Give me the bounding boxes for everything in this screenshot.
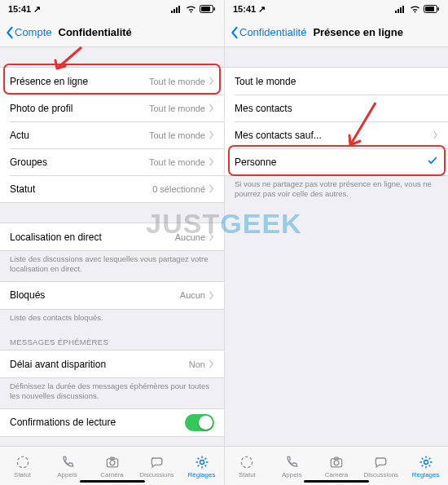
svg-point-21 <box>334 460 339 465</box>
tab-label: Statut <box>14 471 31 478</box>
row-disappearing-timer[interactable]: Délai avant disparition Non <box>0 351 224 377</box>
svg-rect-5 <box>201 7 210 11</box>
options-list[interactable]: Tout le monde Mes contacts Mes contacts … <box>225 47 448 446</box>
battery-icon <box>200 5 216 13</box>
row-label: Actu <box>10 130 149 141</box>
tab-label: Caméra <box>325 471 348 478</box>
tab-label: Statut <box>239 471 256 478</box>
option-label: Tout le monde <box>235 76 438 87</box>
option-everyone[interactable]: Tout le monde <box>225 68 448 95</box>
row-status[interactable]: Statut 0 sélectionné <box>0 175 224 202</box>
row-label: Délai avant disparition <box>10 359 189 370</box>
home-indicator[interactable] <box>304 480 369 483</box>
row-value: Tout le monde <box>149 104 205 113</box>
location-icon: ↗ <box>258 4 266 15</box>
row-blocked[interactable]: Bloqués Aucun <box>0 282 224 309</box>
option-label: Personne <box>235 157 427 168</box>
tab-calls[interactable]: Appels <box>270 447 314 485</box>
svg-point-7 <box>17 456 28 467</box>
chevron-right-icon <box>209 184 214 193</box>
row-label: Statut <box>10 183 152 195</box>
tab-bar: Statut Appels Caméra Discussions Réglage… <box>0 446 224 485</box>
tab-camera[interactable]: Caméra <box>314 447 359 485</box>
status-bar: 15:41 ↗ <box>225 0 448 18</box>
tab-chats[interactable]: Discussions <box>358 447 403 485</box>
svg-rect-14 <box>400 7 402 13</box>
tab-settings[interactable]: Réglages <box>403 447 448 485</box>
svg-rect-0 <box>171 11 173 13</box>
chevron-right-icon <box>209 291 214 300</box>
tab-status[interactable]: Statut <box>225 447 270 485</box>
svg-rect-1 <box>173 9 175 13</box>
signal-icon <box>395 5 406 13</box>
option-my-contacts[interactable]: Mes contacts <box>225 95 448 121</box>
chevron-right-icon <box>433 130 438 139</box>
row-photo[interactable]: Photo de profil Tout le monde <box>0 95 224 121</box>
phone-right: 15:41 ↗ Confidentialité Présence en lign… <box>224 0 448 485</box>
svg-rect-2 <box>176 7 178 13</box>
footer-blocked: Liste des contacts bloqués. <box>0 310 224 329</box>
row-value: Tout le monde <box>149 77 205 86</box>
row-read-receipts[interactable]: Confirmations de lecture <box>0 409 224 436</box>
option-contacts-except[interactable]: Mes contacts sauf... <box>225 121 448 148</box>
row-label: Confirmations de lecture <box>10 417 185 428</box>
wifi-icon <box>410 5 420 13</box>
svg-rect-6 <box>214 7 216 11</box>
tab-bar: Statut Appels Caméra Discussions Réglage… <box>225 446 448 485</box>
chevron-right-icon <box>209 232 214 241</box>
row-live-location[interactable]: Localisation en direct Aucune <box>0 223 224 250</box>
nav-back-button[interactable]: Compte <box>5 26 52 39</box>
svg-rect-18 <box>438 7 440 11</box>
svg-rect-12 <box>395 11 397 13</box>
nav-back-button[interactable]: Confidentialité <box>230 26 306 39</box>
nav-bar: Compte Confidentialité <box>0 18 224 47</box>
read-receipts-toggle[interactable] <box>185 414 214 431</box>
svg-rect-17 <box>425 7 434 11</box>
home-indicator[interactable] <box>80 480 145 483</box>
nav-back-label: Compte <box>15 26 52 38</box>
row-value: Non <box>189 359 205 369</box>
section-header-ephemeral: Messages éphémères <box>0 329 224 350</box>
status-time: 15:41 <box>8 4 31 14</box>
nav-back-label: Confidentialité <box>239 26 306 38</box>
checkmark-icon <box>427 155 438 169</box>
tab-label: Caméra <box>100 471 123 478</box>
tab-settings[interactable]: Réglages <box>179 447 224 485</box>
tab-label: Appels <box>57 471 77 478</box>
tab-label: Discussions <box>363 471 398 478</box>
footer-timer: Définissez la durée des messages éphémèr… <box>0 378 224 408</box>
tab-label: Discussions <box>139 471 174 478</box>
svg-point-9 <box>110 460 115 465</box>
option-label: Mes contacts sauf... <box>235 130 433 141</box>
footer-live-location: Liste des discussions avec lesquelles vo… <box>0 251 224 281</box>
chevron-right-icon <box>209 130 214 139</box>
row-groups[interactable]: Groupes Tout le monde <box>0 148 224 175</box>
status-time: 15:41 <box>233 4 256 14</box>
tab-calls[interactable]: Appels <box>45 447 90 485</box>
svg-rect-13 <box>397 9 399 13</box>
tab-label: Réglages <box>412 471 440 478</box>
nav-bar: Confidentialité Présence en ligne <box>225 18 448 47</box>
tab-status[interactable]: Statut <box>0 447 45 485</box>
svg-point-19 <box>242 456 253 467</box>
chevron-right-icon <box>209 359 214 368</box>
tab-chats[interactable]: Discussions <box>134 447 179 485</box>
chevron-right-icon <box>209 104 214 112</box>
row-value: 0 sélectionné <box>152 184 205 194</box>
tab-camera[interactable]: Caméra <box>90 447 134 485</box>
row-label: Présence en ligne <box>10 76 149 87</box>
tab-label: Réglages <box>188 471 216 478</box>
svg-rect-3 <box>178 6 180 13</box>
row-label: Photo de profil <box>10 103 149 114</box>
option-nobody[interactable]: Personne <box>225 148 448 175</box>
tab-label: Appels <box>282 471 301 478</box>
row-value: Aucun <box>180 290 205 300</box>
row-actu[interactable]: Actu Tout le monde <box>0 121 224 148</box>
signal-icon <box>171 5 182 13</box>
nav-title: Confidentialité <box>59 26 132 38</box>
option-label: Mes contacts <box>235 103 438 114</box>
settings-list[interactable]: Présence en ligne Tout le monde Photo de… <box>0 47 224 446</box>
svg-point-23 <box>424 460 428 464</box>
row-presence[interactable]: Présence en ligne Tout le monde <box>0 68 224 95</box>
footer-presence: Si vous ne partagez pas votre présence e… <box>225 176 448 206</box>
